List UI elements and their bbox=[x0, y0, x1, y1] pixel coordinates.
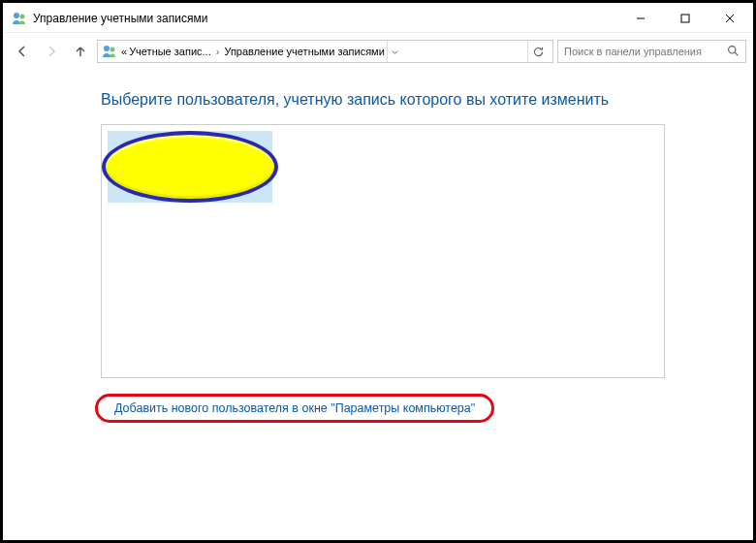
search-icon bbox=[727, 45, 740, 59]
refresh-button[interactable] bbox=[527, 41, 549, 62]
add-user-link-wrap: Добавить нового пользователя в окне "Пар… bbox=[101, 396, 488, 421]
breadcrumb-dropdown[interactable] bbox=[387, 41, 402, 62]
search-input[interactable]: Поиск в панели управления bbox=[557, 40, 746, 63]
add-user-link[interactable]: Добавить нового пользователя в окне "Пар… bbox=[101, 396, 488, 421]
user-list-panel bbox=[101, 124, 665, 378]
breadcrumb-prefix: « bbox=[121, 46, 127, 57]
forward-button[interactable] bbox=[39, 39, 64, 64]
svg-point-1 bbox=[20, 14, 25, 18]
content-area: Выберите пользователя, учетную запись ко… bbox=[4, 70, 752, 431]
minimize-button[interactable] bbox=[618, 4, 663, 33]
breadcrumb[interactable]: « Учетные запис... › Управление учетными… bbox=[97, 40, 553, 63]
svg-point-0 bbox=[14, 13, 19, 18]
breadcrumb-item-accounts[interactable]: Учетные запис... bbox=[129, 46, 211, 57]
navbar: « Учетные запис... › Управление учетными… bbox=[4, 33, 752, 70]
chevron-right-icon: › bbox=[213, 46, 223, 57]
svg-point-7 bbox=[110, 48, 115, 52]
window: Управление учетными записями bbox=[3, 3, 753, 540]
close-button[interactable] bbox=[708, 4, 752, 33]
search-placeholder: Поиск в панели управления bbox=[564, 46, 702, 57]
highlight-ellipse-annotation bbox=[102, 131, 278, 203]
page-heading: Выберите пользователя, учетную запись ко… bbox=[101, 91, 665, 109]
svg-line-9 bbox=[735, 52, 738, 55]
window-system-buttons bbox=[618, 4, 752, 32]
user-account-tile[interactable] bbox=[108, 131, 272, 203]
back-button[interactable] bbox=[10, 39, 35, 64]
svg-point-6 bbox=[104, 46, 110, 51]
window-title: Управление учетными записями bbox=[33, 12, 618, 25]
user-accounts-app-icon bbox=[12, 11, 27, 26]
titlebar: Управление учетными записями bbox=[4, 4, 752, 33]
svg-point-8 bbox=[729, 46, 736, 52]
user-accounts-icon bbox=[102, 44, 117, 59]
up-button[interactable] bbox=[68, 39, 93, 64]
breadcrumb-item-manage[interactable]: Управление учетными записями bbox=[224, 46, 384, 57]
svg-rect-3 bbox=[681, 15, 689, 22]
maximize-button[interactable] bbox=[663, 4, 708, 33]
